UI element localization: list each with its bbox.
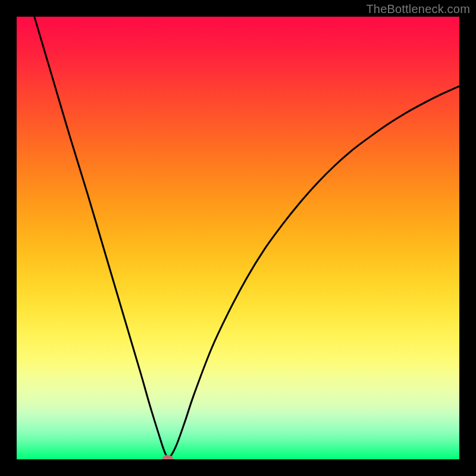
plot-area [17, 17, 459, 459]
bottleneck-curve [35, 17, 459, 458]
watermark-text: TheBottleneck.com [366, 2, 470, 16]
chart-frame: TheBottleneck.com [0, 0, 476, 476]
curve-svg [17, 17, 459, 459]
minimum-marker-dot [162, 455, 173, 459]
